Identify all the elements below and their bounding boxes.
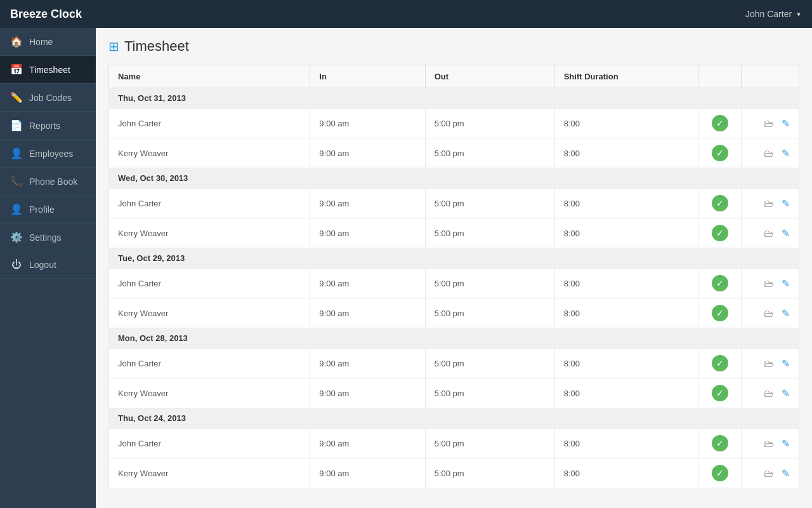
folder-icon[interactable]: 🗁 [764, 228, 774, 239]
employee-name[interactable]: Kerry Weaver [109, 298, 310, 328]
edit-icon[interactable]: ✎ [782, 118, 790, 129]
action-cell: 🗁 ✎ [742, 189, 799, 218]
sidebar-label-profile: Profile [29, 204, 55, 215]
date-group-row: Mon, Oct 28, 2013 [109, 328, 799, 349]
approved-icon: ✓ [712, 275, 728, 291]
shift-duration: 8:00 [554, 349, 698, 378]
sidebar-item-reports[interactable]: 📄 Reports [0, 112, 96, 140]
folder-icon[interactable]: 🗁 [764, 148, 774, 159]
employee-name[interactable]: John Carter [109, 269, 310, 298]
date-label: Wed, Oct 30, 2013 [109, 168, 799, 189]
time-out: 5:00 pm [425, 189, 554, 218]
edit-icon[interactable]: ✎ [782, 228, 790, 239]
shift-duration: 8:00 [554, 298, 698, 328]
approved-cell: ✓ [698, 378, 742, 408]
table-row: Kerry Weaver 9:00 am 5:00 pm 8:00 ✓ 🗁 ✎ [109, 378, 799, 408]
edit-icon[interactable]: ✎ [782, 388, 790, 399]
employee-name[interactable]: Kerry Weaver [109, 458, 310, 488]
time-out: 5:00 pm [425, 298, 554, 328]
sidebar-item-profile[interactable]: 👤 Profile [0, 196, 96, 224]
sidebar-item-logout[interactable]: ⏻ Logout [0, 251, 96, 279]
time-out: 5:00 pm [425, 349, 554, 378]
action-cell: 🗁 ✎ [742, 429, 799, 458]
edit-icon[interactable]: ✎ [782, 198, 790, 209]
employee-name[interactable]: Kerry Weaver [109, 218, 310, 248]
sidebar-label-timesheet: Timesheet [29, 65, 70, 75]
time-in: 9:00 am [310, 378, 425, 408]
app-brand: Breeze Clock [10, 8, 82, 21]
time-out: 5:00 pm [425, 429, 554, 458]
timesheet-grid-icon: ⊞ [108, 39, 119, 54]
sidebar-item-timesheet[interactable]: 📅 Timesheet [0, 56, 96, 84]
table-row: John Carter 9:00 am 5:00 pm 8:00 ✓ 🗁 ✎ [109, 269, 799, 298]
action-cell: 🗁 ✎ [742, 109, 799, 138]
approved-icon: ✓ [712, 305, 728, 321]
settings-icon: ⚙️ [10, 231, 23, 243]
edit-icon[interactable]: ✎ [782, 438, 790, 449]
topbar: Breeze Clock John Carter ▼ [0, 0, 812, 28]
employee-name[interactable]: John Carter [109, 189, 310, 218]
employee-name[interactable]: Kerry Weaver [109, 378, 310, 408]
reports-icon: 📄 [10, 119, 23, 131]
profile-icon: 👤 [10, 203, 23, 215]
approved-icon: ✓ [712, 465, 728, 481]
date-group-row: Thu, Oct 24, 2013 [109, 408, 799, 429]
time-out: 5:00 pm [425, 458, 554, 488]
sidebar-label-reports: Reports [29, 121, 60, 131]
time-in: 9:00 am [310, 298, 425, 328]
table-row: Kerry Weaver 9:00 am 5:00 pm 8:00 ✓ 🗁 ✎ [109, 298, 799, 328]
time-out: 5:00 pm [425, 138, 554, 168]
approved-cell: ✓ [698, 138, 742, 168]
col-header-in: In [310, 65, 425, 88]
page-title: ⊞ Timesheet [108, 38, 799, 55]
sidebar-item-job-codes[interactable]: ✏️ Job Codes [0, 84, 96, 112]
edit-icon[interactable]: ✎ [782, 148, 790, 159]
time-out: 5:00 pm [425, 109, 554, 138]
folder-icon[interactable]: 🗁 [764, 118, 774, 129]
sidebar-label-job-codes: Job Codes [29, 93, 72, 103]
time-out: 5:00 pm [425, 218, 554, 248]
approved-cell: ✓ [698, 458, 742, 488]
action-cell: 🗁 ✎ [742, 349, 799, 378]
timesheet-table: Name In Out Shift Duration Thu, Oct 31, … [108, 65, 799, 488]
edit-icon[interactable]: ✎ [782, 308, 790, 319]
folder-icon[interactable]: 🗁 [764, 358, 774, 369]
edit-icon[interactable]: ✎ [782, 358, 790, 369]
sidebar-item-employees[interactable]: 👤 Employees [0, 140, 96, 168]
folder-icon[interactable]: 🗁 [764, 388, 774, 399]
time-out: 5:00 pm [425, 378, 554, 408]
col-header-check [698, 65, 742, 88]
edit-icon[interactable]: ✎ [782, 468, 790, 479]
col-header-out: Out [425, 65, 554, 88]
date-group-row: Tue, Oct 29, 2013 [109, 248, 799, 269]
folder-icon[interactable]: 🗁 [764, 438, 774, 449]
sidebar-item-phone-book[interactable]: 📞 Phone Book [0, 168, 96, 196]
approved-cell: ✓ [698, 429, 742, 458]
sidebar-item-home[interactable]: 🏠 Home [0, 28, 96, 56]
employees-icon: 👤 [10, 147, 23, 159]
shift-duration: 8:00 [554, 138, 698, 168]
folder-icon[interactable]: 🗁 [764, 468, 774, 479]
folder-icon[interactable]: 🗁 [764, 198, 774, 209]
time-in: 9:00 am [310, 269, 425, 298]
employee-name[interactable]: John Carter [109, 429, 310, 458]
table-row: John Carter 9:00 am 5:00 pm 8:00 ✓ 🗁 ✎ [109, 429, 799, 458]
employee-name[interactable]: John Carter [109, 349, 310, 378]
edit-icon[interactable]: ✎ [782, 278, 790, 289]
time-in: 9:00 am [310, 189, 425, 218]
sidebar-label-settings: Settings [29, 232, 62, 243]
employee-name[interactable]: Kerry Weaver [109, 138, 310, 168]
folder-icon[interactable]: 🗁 [764, 308, 774, 319]
sidebar-item-settings[interactable]: ⚙️ Settings [0, 224, 96, 251]
user-menu[interactable]: John Carter ▼ [745, 9, 802, 19]
approved-icon: ✓ [712, 115, 728, 131]
main-content: ⊞ Timesheet Name In Out Shift Duration T… [96, 28, 812, 508]
time-in: 9:00 am [310, 349, 425, 378]
folder-icon[interactable]: 🗁 [764, 278, 774, 289]
approved-cell: ✓ [698, 298, 742, 328]
action-cell: 🗁 ✎ [742, 298, 799, 328]
shift-duration: 8:00 [554, 378, 698, 408]
approved-cell: ✓ [698, 109, 742, 138]
main-layout: 🏠 Home 📅 Timesheet ✏️ Job Codes 📄 Report… [0, 28, 812, 508]
employee-name[interactable]: John Carter [109, 109, 310, 138]
